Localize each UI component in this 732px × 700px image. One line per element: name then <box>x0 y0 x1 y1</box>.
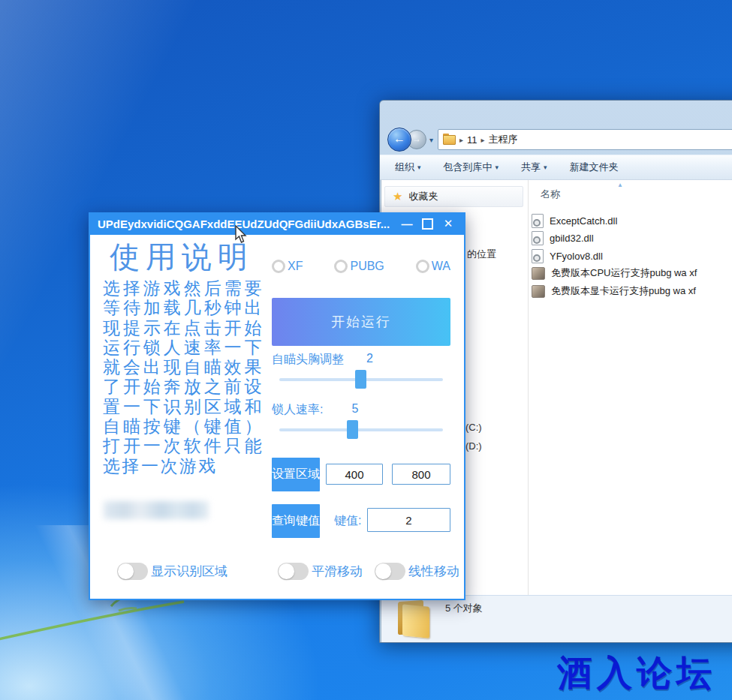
app-body: 使用说明 选择游戏然后需要等待加载几秒钟出现提示在点击开始运行锁人速率一下就会出… <box>89 235 465 600</box>
start-run-button[interactable]: 开始运行 <box>272 298 450 346</box>
object-count: 5 个对象 <box>445 602 483 615</box>
game-radio-group: XF PUBG WA <box>272 260 450 273</box>
application-file-icon <box>532 267 545 280</box>
set-region-button[interactable]: 设置区域 <box>272 458 320 491</box>
smooth-move-toggle[interactable] <box>278 563 309 580</box>
radio-xf-label: XF <box>288 260 303 273</box>
show-region-toggle[interactable] <box>117 563 148 580</box>
radio-circle-icon[interactable] <box>334 260 348 273</box>
instructions-text: 选择游戏然后需要等待加载几秒钟出现提示在点击开始运行锁人速率一下就会出现自瞄效果… <box>103 278 264 476</box>
file-row[interactable]: YFyolov8.dll <box>532 248 603 264</box>
file-row[interactable]: gbild32.dll <box>532 230 594 246</box>
region-height-input[interactable] <box>392 464 450 485</box>
radio-pubg[interactable]: PUBG <box>334 260 384 273</box>
toolbar-organize-label: 组织 <box>395 161 414 174</box>
sidebar-item-partial[interactable]: 的位置 <box>467 248 496 261</box>
smooth-move-toggle-row: 平滑移动 <box>278 563 363 580</box>
folder-icon <box>443 135 456 145</box>
explorer-toolbar: 组织 ▾ 包含到库中 ▾ 共享 ▾ 新建文件夹 <box>380 155 732 180</box>
dropdown-arrow-icon: ▾ <box>417 164 421 171</box>
file-name: 免费版本CPU运行支持pubg wa xf <box>551 266 697 280</box>
back-button[interactable]: ← <box>387 128 411 152</box>
dll-file-icon <box>532 231 544 245</box>
radio-wa-label: WA <box>432 260 450 273</box>
radio-circle-icon[interactable] <box>416 260 429 273</box>
maximize-button[interactable] <box>422 218 433 230</box>
toolbar-new-folder-label: 新建文件夹 <box>570 161 619 174</box>
linear-move-label: 线性移动 <box>408 563 459 580</box>
explorer-navbar: ← → ▾ ▸ 11 ▸ 主程序 <box>380 125 732 155</box>
file-row[interactable]: ExceptCatch.dll <box>532 212 617 229</box>
toolbar-share-label: 共享 <box>521 161 541 174</box>
query-key-button[interactable]: 查询键值 <box>272 504 320 538</box>
application-file-icon <box>532 285 545 298</box>
breadcrumb-arrow-icon: ▸ <box>481 136 485 144</box>
dropdown-arrow-icon: ▾ <box>544 164 547 171</box>
file-name: 免费版本显卡运行支持pubg wa xf <box>551 284 696 298</box>
star-icon: ★ <box>393 190 402 203</box>
aim-adjust-row: 自瞄头胸调整 2 <box>272 352 373 368</box>
dll-file-icon <box>532 214 544 228</box>
file-name: ExceptCatch.dll <box>550 215 617 227</box>
favorites-label: 收藏夹 <box>408 190 438 203</box>
censored-text-block <box>104 501 209 519</box>
key-value-label: 键值: <box>334 513 361 529</box>
aim-adjust-value: 2 <box>366 352 373 368</box>
sidebar-item-drive-c[interactable]: (C:) <box>465 422 482 433</box>
app-titlebar[interactable]: UPdEydxvidiCQGAFxddEEUdZUdQFGdiiUdxAGBsE… <box>89 212 465 235</box>
aim-slider-thumb[interactable] <box>355 370 366 389</box>
show-region-toggle-row: 显示识别区域 <box>117 563 227 580</box>
folder-icon <box>398 599 431 637</box>
address-bar[interactable]: ▸ 11 ▸ 主程序 <box>438 129 732 150</box>
file-name: YFyolov8.dll <box>550 251 603 262</box>
region-width-input[interactable] <box>326 464 383 485</box>
breadcrumb-item-main[interactable]: 主程序 <box>489 133 518 146</box>
show-region-label: 显示识别区域 <box>151 563 227 580</box>
dll-file-icon <box>532 249 544 263</box>
file-row[interactable]: 免费版本CPU运行支持pubg wa xf <box>532 265 697 281</box>
history-dropdown-icon[interactable]: ▾ <box>429 136 433 144</box>
file-list: 名称 ▲ ExceptCatch.dll gbild32.dll YFyolov… <box>529 180 732 596</box>
toolbar-include-label: 包含到库中 <box>444 161 493 174</box>
breadcrumb-item-11[interactable]: 11 <box>467 134 477 146</box>
lock-speed-slider[interactable] <box>279 428 443 431</box>
smooth-move-label: 平滑移动 <box>312 563 363 580</box>
radio-pubg-label: PUBG <box>350 260 384 273</box>
toolbar-share[interactable]: 共享 ▾ <box>521 161 547 174</box>
aim-adjust-slider[interactable] <box>279 378 443 381</box>
radio-circle-icon[interactable] <box>272 260 285 273</box>
lock-speed-row: 锁人速率: 5 <box>272 402 358 418</box>
app-title: UPdEydxvidiCQGAFxddEEUdZUdQFGdiiUdxAGBsE… <box>98 218 397 230</box>
lock-speed-value: 5 <box>351 402 358 418</box>
toolbar-organize[interactable]: 组织 ▾ <box>395 161 421 174</box>
linear-move-toggle-row: 线性移动 <box>375 563 459 580</box>
key-value-input[interactable] <box>367 508 450 532</box>
radio-xf[interactable]: XF <box>272 260 303 273</box>
explorer-titlebar[interactable] <box>380 101 732 125</box>
lock-speed-label: 锁人速率: <box>272 402 323 418</box>
radio-wa[interactable]: WA <box>416 260 450 273</box>
dropdown-arrow-icon: ▾ <box>496 164 499 171</box>
breadcrumb-arrow-icon: ▸ <box>459 136 463 144</box>
file-row[interactable]: 免费版本显卡运行支持pubg wa xf <box>532 283 696 299</box>
sort-ascending-icon[interactable]: ▲ <box>617 182 623 188</box>
linear-move-toggle[interactable] <box>375 563 405 580</box>
app-window: UPdEydxvidiCQGAFxddEEUdZUdQFGdiiUdxAGBsE… <box>89 212 465 600</box>
desktop: 酒入论坛 ← → ▾ ▸ 11 ▸ 主程序 组织 ▾ 包含到库中 ▾ <box>0 0 732 700</box>
details-pane: 5 个对象 <box>381 595 732 642</box>
close-button[interactable]: ✕ <box>438 217 458 230</box>
toolbar-new-folder[interactable]: 新建文件夹 <box>570 161 619 174</box>
sidebar-item-drive-d[interactable]: (D:) <box>465 440 482 452</box>
aim-adjust-label: 自瞄头胸调整 <box>272 352 344 368</box>
minimize-button[interactable]: — <box>397 218 417 230</box>
speed-slider-thumb[interactable] <box>347 420 358 439</box>
usage-heading: 使用说明 <box>110 236 254 278</box>
sidebar-item-favorites[interactable]: ★ 收藏夹 <box>384 186 523 207</box>
column-header-name[interactable]: 名称 <box>541 188 560 201</box>
forum-watermark: 酒入论坛 <box>557 650 716 697</box>
toolbar-include-in-library[interactable]: 包含到库中 ▾ <box>444 161 499 174</box>
file-name: gbild32.dll <box>550 233 594 244</box>
